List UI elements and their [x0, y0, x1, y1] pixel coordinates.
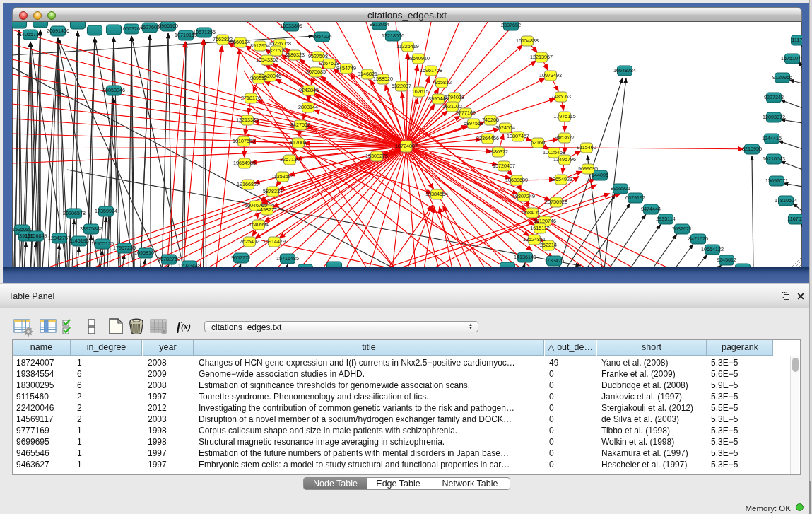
svg-text:9327505: 9327505 — [266, 47, 286, 54]
svg-text:15692071: 15692071 — [765, 177, 788, 184]
svg-text:20691406: 20691406 — [47, 28, 69, 34]
svg-text:3675685: 3675685 — [306, 69, 326, 75]
svg-text:2803144: 2803144 — [298, 104, 318, 110]
svg-text:5322037: 5322037 — [392, 83, 411, 89]
svg-text:144095: 144095 — [592, 172, 608, 178]
svg-text:8958921: 8958921 — [611, 185, 630, 192]
svg-text:10688609: 10688609 — [505, 177, 528, 183]
svg-text:16154838: 16154838 — [516, 37, 539, 44]
svg-text:11156849: 11156849 — [25, 233, 47, 239]
svg-text:8427552: 8427552 — [290, 122, 310, 128]
svg-text:13218506: 13218506 — [382, 33, 404, 39]
svg-text:7632621: 7632621 — [672, 226, 692, 232]
svg-text:23364456: 23364456 — [476, 135, 499, 141]
svg-text:15716485: 15716485 — [276, 255, 299, 262]
svg-text:(x): (x) — [181, 322, 191, 332]
svg-text:989012: 989012 — [250, 75, 267, 81]
svg-text:18640910: 18640910 — [407, 55, 430, 62]
svg-text:1244415: 1244415 — [762, 135, 782, 141]
svg-text:12905135: 12905135 — [91, 240, 114, 247]
svg-text:7386372: 7386372 — [488, 148, 508, 155]
svg-text:16961758: 16961758 — [420, 67, 442, 74]
svg-text:14055712: 14055712 — [19, 31, 42, 37]
svg-text:2935114: 2935114 — [656, 216, 675, 222]
svg-text:10107553: 10107553 — [233, 138, 255, 144]
svg-text:11353594: 11353594 — [271, 173, 293, 180]
svg-text:12213967: 12213967 — [530, 54, 553, 60]
svg-text:12023448: 12023448 — [178, 262, 201, 267]
svg-text:16210643: 16210643 — [763, 156, 785, 162]
svg-text:9129966: 9129966 — [772, 74, 792, 81]
svg-text:19384554: 19384554 — [425, 191, 448, 197]
svg-text:7625402: 7625402 — [240, 238, 259, 245]
svg-text:10973493: 10973493 — [539, 72, 562, 78]
svg-text:15751074: 15751074 — [781, 55, 802, 62]
svg-text:9777169: 9777169 — [456, 110, 476, 116]
svg-text:17359924: 17359924 — [95, 208, 117, 214]
svg-text:16543362: 16543362 — [256, 57, 278, 63]
svg-text:26053346: 26053346 — [102, 87, 125, 93]
svg-text:15300275: 15300275 — [365, 153, 388, 159]
svg-text:1527602: 1527602 — [140, 24, 160, 30]
svg-text:9463627: 9463627 — [555, 134, 575, 141]
svg-text:10807457: 10807457 — [507, 133, 529, 139]
svg-text:2387652: 2387652 — [501, 22, 521, 28]
svg-text:7957224: 7957224 — [312, 33, 332, 40]
svg-text:116753: 116753 — [787, 216, 802, 222]
svg-text:9527508: 9527508 — [308, 53, 328, 59]
svg-text:10654122: 10654122 — [701, 246, 724, 252]
svg-text:6966160: 6966160 — [158, 23, 178, 29]
svg-text:1615112: 1615112 — [530, 225, 549, 231]
svg-text:15720407: 15720407 — [493, 163, 515, 169]
svg-text:13495796: 13495796 — [553, 156, 576, 163]
svg-text:18807249: 18807249 — [512, 193, 535, 199]
svg-text:8215955: 8215955 — [742, 146, 762, 152]
svg-text:15226058: 15226058 — [269, 40, 291, 47]
svg-text:16914479: 16914479 — [263, 238, 286, 245]
svg-text:9227343: 9227343 — [764, 94, 784, 100]
svg-text:417004: 417004 — [290, 139, 307, 146]
svg-text:20206578: 20206578 — [63, 210, 86, 216]
svg-text:19166827: 19166827 — [237, 181, 259, 187]
svg-text:9657771: 9657771 — [231, 255, 251, 261]
svg-text:9115460: 9115460 — [577, 144, 596, 151]
svg-text:2718176: 2718176 — [241, 95, 261, 101]
svg-text:8813054: 8813054 — [370, 22, 389, 28]
svg-text:3267130: 3267130 — [280, 156, 300, 163]
svg-text:4498222: 4498222 — [257, 206, 277, 213]
svg-text:1162615: 1162615 — [409, 88, 428, 95]
svg-text:20756928: 20756928 — [545, 199, 567, 205]
svg-text:5878334: 5878334 — [263, 188, 283, 194]
svg-text:10671355: 10671355 — [193, 29, 216, 35]
svg-text:6794028: 6794028 — [445, 94, 464, 100]
svg-text:11325419: 11325419 — [396, 43, 418, 49]
svg-text:7955812: 7955812 — [432, 79, 452, 86]
svg-text:17957255: 17957255 — [113, 245, 136, 251]
svg-text:8471676: 8471676 — [688, 235, 708, 242]
svg-text:252214: 252214 — [540, 242, 557, 248]
svg-text:10958107: 10958107 — [134, 250, 157, 256]
svg-text:746266: 746266 — [482, 117, 499, 123]
svg-text:3024554: 3024554 — [495, 124, 515, 131]
svg-text:14136141: 14136141 — [514, 254, 536, 260]
svg-text:11173: 11173 — [792, 37, 802, 43]
svg-text:1621072: 1621072 — [442, 103, 462, 110]
svg-text:6679197: 6679197 — [625, 194, 645, 201]
svg-text:62160: 62160 — [531, 139, 545, 146]
svg-text:5684067: 5684067 — [522, 209, 542, 216]
svg-text:33975887: 33975887 — [80, 226, 102, 232]
svg-text:16782759: 16782759 — [158, 256, 180, 262]
svg-text:9245612: 9245612 — [717, 257, 736, 263]
svg-text:17975115: 17975115 — [553, 113, 575, 119]
svg-text:16033809: 16033809 — [280, 23, 302, 29]
svg-text:8186323: 8186323 — [285, 52, 305, 58]
svg-text:16648784: 16648784 — [613, 67, 636, 74]
svg-text:17810504: 17810504 — [775, 197, 797, 204]
svg-text:10025458: 10025458 — [543, 149, 565, 156]
svg-text:9660124: 9660124 — [230, 39, 250, 45]
svg-text:19654985: 19654985 — [233, 160, 256, 166]
svg-text:1733426: 1733426 — [544, 257, 564, 264]
svg-text:1588520: 1588520 — [373, 76, 393, 82]
svg-text:7663822: 7663822 — [213, 36, 233, 42]
svg-text:12213389: 12213389 — [236, 117, 259, 123]
